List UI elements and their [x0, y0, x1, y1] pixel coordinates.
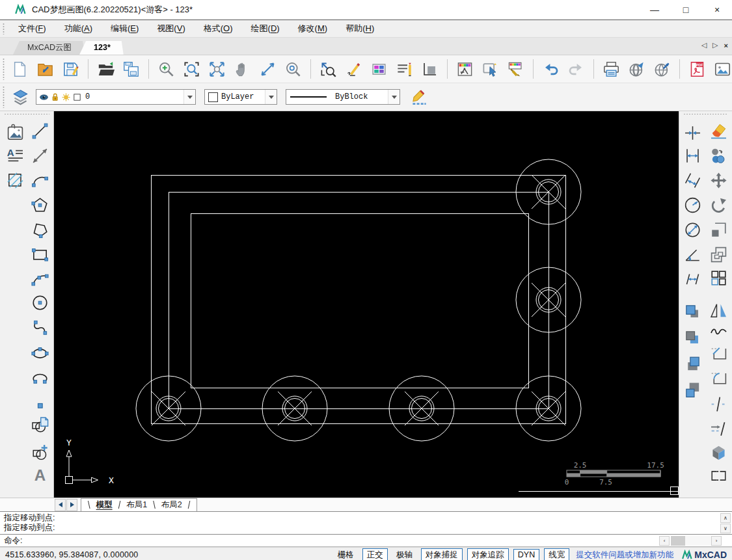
- linetype-combo[interactable]: ByBlock: [286, 89, 400, 105]
- export-image-button[interactable]: [712, 59, 732, 80]
- dim-angular-button[interactable]: [682, 244, 703, 265]
- hscroll-thumb[interactable]: [671, 536, 685, 546]
- color-combo[interactable]: ByLayer: [204, 89, 277, 105]
- draworder-front-button[interactable]: [682, 301, 703, 322]
- stretch-button[interactable]: [708, 465, 729, 486]
- layer-combo-arrow[interactable]: [183, 90, 195, 104]
- point-button[interactable]: [29, 395, 50, 416]
- zoom-extents-button[interactable]: [206, 59, 228, 80]
- undo-button[interactable]: [540, 59, 562, 80]
- status-toggle-2[interactable]: 极轴: [392, 549, 416, 560]
- status-toggle-6[interactable]: 线宽: [544, 548, 569, 560]
- zoom-in-button[interactable]: [156, 59, 177, 80]
- visibility-icon[interactable]: [39, 92, 49, 102]
- web-open-button[interactable]: [651, 59, 673, 80]
- hscroll-track[interactable]: [685, 536, 711, 546]
- status-toggle-4[interactable]: 对象追踪: [467, 548, 509, 560]
- zoom-window-button[interactable]: [181, 59, 202, 80]
- ellipse-button[interactable]: [29, 343, 50, 364]
- tab-scroll-right-icon[interactable]: ▷: [712, 41, 718, 49]
- save-button[interactable]: [60, 59, 81, 80]
- circle-button[interactable]: [29, 292, 50, 313]
- save-as-button[interactable]: [120, 59, 142, 80]
- zoom-dynamic-button[interactable]: [257, 59, 278, 80]
- quick-select-button[interactable]: [480, 59, 501, 80]
- dim-aligned-button[interactable]: [682, 170, 703, 191]
- draw-settings-button[interactable]: [407, 87, 431, 108]
- explode-button[interactable]: [708, 442, 729, 462]
- menu-item-7[interactable]: 帮助(H): [336, 21, 383, 36]
- arc-3pt-button[interactable]: [29, 267, 50, 288]
- command-history[interactable]: 指定移动到点:指定移动到点:: [0, 512, 732, 535]
- properties-toolbar-grip[interactable]: [3, 86, 5, 108]
- dim-diameter-button[interactable]: [682, 219, 703, 240]
- color-swatch-icon[interactable]: [72, 92, 82, 102]
- redo-button[interactable]: [565, 59, 587, 80]
- construction-line-button[interactable]: [29, 145, 50, 166]
- print-button[interactable]: [601, 59, 622, 80]
- arc-button[interactable]: [29, 170, 50, 191]
- sheet-tab-2[interactable]: 布局2: [160, 500, 183, 511]
- sheet-scroll-left-button[interactable]: [55, 499, 66, 511]
- sheet-tab-0[interactable]: 模型: [95, 500, 114, 511]
- sheet-scroll-right-button[interactable]: [66, 499, 77, 511]
- color-palette-button[interactable]: [368, 59, 390, 80]
- tab-close-icon[interactable]: ×: [724, 42, 728, 49]
- spline-button[interactable]: [29, 317, 50, 338]
- web-publish-button[interactable]: [626, 59, 647, 80]
- draworder-above-button[interactable]: [682, 353, 703, 374]
- cad-drawing[interactable]: 2.517.507.5YX: [54, 111, 679, 498]
- menu-item-2[interactable]: 编辑(E): [102, 21, 148, 36]
- menu-item-0[interactable]: 文件(F): [9, 21, 55, 36]
- line-button[interactable]: [29, 120, 50, 141]
- menu-item-3[interactable]: 视图(V): [148, 21, 194, 36]
- pan-button[interactable]: [232, 59, 253, 80]
- rotate-button[interactable]: [708, 194, 729, 215]
- raster-image-button[interactable]: [5, 122, 25, 143]
- polygon-button[interactable]: [29, 194, 50, 215]
- dim-linear-button[interactable]: [682, 145, 703, 166]
- chamfer-button[interactable]: [708, 341, 729, 362]
- dim-arc-length-button[interactable]: [682, 267, 703, 288]
- revision-cloud-button[interactable]: [708, 321, 729, 341]
- make-block-button[interactable]: [29, 442, 50, 462]
- scroll-up-icon[interactable]: ∧: [720, 513, 731, 523]
- lock-icon[interactable]: [50, 92, 60, 102]
- scroll-right-icon[interactable]: ›: [711, 536, 722, 546]
- scroll-left-icon[interactable]: ‹: [659, 536, 670, 546]
- polyline-button[interactable]: [29, 219, 50, 240]
- scroll-down-icon[interactable]: ∨: [720, 524, 731, 533]
- sketch-button[interactable]: [343, 59, 364, 80]
- toolbar-grip-handle[interactable]: [3, 58, 5, 80]
- menu-item-5[interactable]: 绘图(D): [242, 21, 289, 36]
- copy-button[interactable]: [708, 145, 729, 166]
- status-toggle-1[interactable]: 正交: [362, 548, 388, 560]
- erase-button[interactable]: [708, 120, 729, 141]
- ellipse-arc-button[interactable]: [29, 367, 50, 388]
- menu-grip-handle[interactable]: [3, 23, 5, 34]
- offset-button[interactable]: [708, 244, 729, 265]
- status-toggle-5[interactable]: DYN: [513, 549, 539, 560]
- status-toggle-3[interactable]: 对象捕捉: [421, 548, 463, 560]
- tab-scroll-left-icon[interactable]: ◁: [701, 41, 707, 49]
- export-pdf-button[interactable]: PDF: [686, 59, 708, 80]
- draw-toolbar-grip[interactable]: [4, 113, 49, 115]
- dim-radius-button[interactable]: [682, 194, 703, 215]
- dim-continue-button[interactable]: [682, 122, 703, 143]
- break-button[interactable]: [708, 393, 729, 414]
- open-file-button[interactable]: [95, 59, 116, 80]
- array-button[interactable]: [708, 267, 729, 288]
- lengthen-button[interactable]: [708, 418, 729, 439]
- minimize-button[interactable]: —: [649, 5, 660, 15]
- right-toolbar-grip[interactable]: [683, 113, 728, 115]
- insert-block-button[interactable]: [29, 414, 50, 435]
- menu-item-6[interactable]: 修改(M): [289, 21, 337, 36]
- freeze-icon[interactable]: [61, 92, 71, 102]
- zoom-center-button[interactable]: [282, 59, 304, 80]
- status-toggle-0[interactable]: 栅格: [334, 549, 358, 560]
- mirror-button[interactable]: [708, 300, 729, 321]
- mtext-button[interactable]: A: [5, 145, 25, 166]
- menu-item-1[interactable]: 功能(A): [55, 21, 102, 36]
- move-button[interactable]: [708, 170, 729, 191]
- draworder-under-button[interactable]: [682, 379, 703, 400]
